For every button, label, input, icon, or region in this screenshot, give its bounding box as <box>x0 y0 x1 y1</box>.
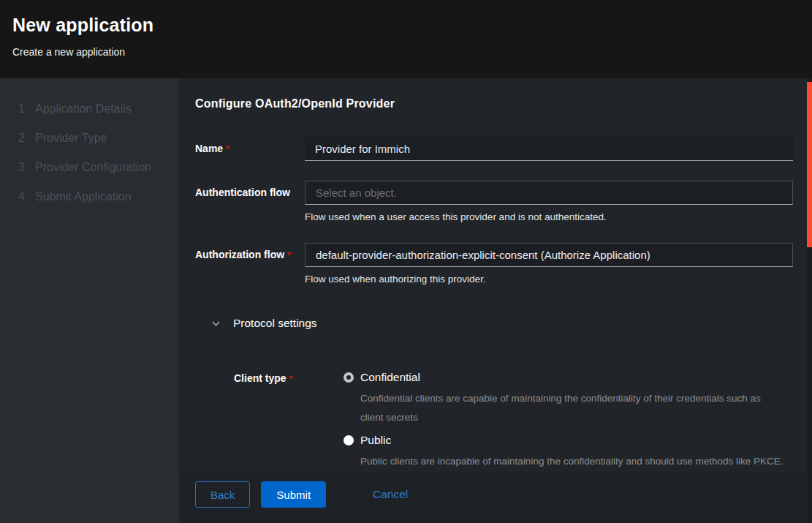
scrollbar-thumb[interactable] <box>807 82 812 247</box>
radio-checked-icon[interactable] <box>344 372 354 383</box>
step-provider-type[interactable]: 2 Provider Type <box>0 124 179 153</box>
radio-label[interactable]: Confidential <box>360 371 420 384</box>
wizard-footer: Back Submit Cancel <box>179 472 812 523</box>
confidential-description: Confidential clients are capable of main… <box>360 389 784 427</box>
authorization-flow-label: Authorization flow* <box>195 249 301 260</box>
public-description: Public clients are incapable of maintain… <box>360 452 784 471</box>
step-label: Provider Configuration <box>35 161 151 174</box>
form-heading: Configure OAuth2/OpenId Provider <box>195 97 395 110</box>
wizard-main-panel: Configure OAuth2/OpenId Provider Name* A… <box>179 78 812 472</box>
step-number: 2 <box>18 132 35 145</box>
client-type-options: Confidential Confidential clients are ca… <box>344 371 793 471</box>
wizard-steps-sidebar: 1 Application Details 2 Provider Type 3 … <box>0 78 179 523</box>
step-label: Application Details <box>35 102 132 116</box>
cancel-button[interactable]: Cancel <box>373 481 408 508</box>
step-number: 1 <box>18 102 35 116</box>
name-input[interactable] <box>305 137 793 161</box>
radio-unchecked-icon[interactable] <box>344 435 354 445</box>
authentication-flow-select[interactable] <box>305 181 793 205</box>
client-type-label: Client type* <box>234 372 340 384</box>
submit-button[interactable]: Submit <box>261 481 326 508</box>
client-type-option-public[interactable]: Public <box>344 434 793 447</box>
radio-label[interactable]: Public <box>360 434 391 447</box>
required-marker: * <box>226 143 229 154</box>
step-number: 4 <box>18 190 35 203</box>
chevron-down-icon <box>210 318 221 328</box>
step-application-details[interactable]: 1 Application Details <box>0 94 179 124</box>
page-subtitle: Create a new application <box>12 46 794 58</box>
page-title: New application <box>12 15 794 36</box>
required-marker: * <box>287 249 291 260</box>
authentication-flow-label: Authentication flow <box>195 187 301 198</box>
authorization-flow-select[interactable] <box>305 243 793 267</box>
step-label: Provider Type <box>35 132 107 145</box>
wizard-header: New application Create a new application <box>0 0 812 78</box>
client-type-option-confidential[interactable]: Confidential <box>344 371 793 384</box>
authentication-flow-help: Flow used when a user access this provid… <box>305 211 793 222</box>
step-label: Submit Application <box>35 190 132 203</box>
authorization-flow-help: Flow used when authorizing this provider… <box>305 274 793 285</box>
step-provider-configuration[interactable]: 3 Provider Configuration <box>0 153 179 182</box>
scrollbar-track[interactable] <box>807 78 812 523</box>
step-submit-application[interactable]: 4 Submit Application <box>0 182 179 211</box>
back-button[interactable]: Back <box>195 481 250 508</box>
step-number: 3 <box>18 161 35 174</box>
name-label: Name* <box>195 143 301 154</box>
required-marker: * <box>289 373 293 384</box>
protocol-settings-expander[interactable]: Protocol settings <box>210 317 317 330</box>
new-application-wizard: New application Create a new application… <box>0 0 812 523</box>
protocol-settings-label: Protocol settings <box>233 317 317 330</box>
